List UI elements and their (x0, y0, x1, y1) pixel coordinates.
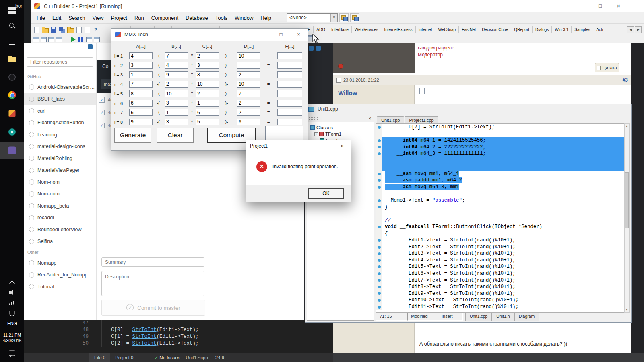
edit-b[interactable] (165, 52, 188, 59)
edit-c[interactable] (196, 52, 219, 59)
repo-item[interactable]: BSUIR_labs (24, 93, 96, 105)
repo-item[interactable]: Nom-nom (24, 176, 96, 188)
edit-b[interactable] (165, 62, 188, 69)
network-button[interactable] (0, 298, 24, 308)
menu-item[interactable]: Database (182, 15, 212, 21)
edit-f[interactable] (277, 100, 302, 107)
remove-file-button[interactable] (84, 26, 91, 33)
edit-b[interactable] (165, 109, 188, 116)
expand-icon[interactable]: + (314, 132, 318, 136)
close-icon[interactable]: × (333, 140, 351, 152)
new-form-button[interactable] (56, 37, 62, 42)
repo-item[interactable]: Nomapp_beta (24, 200, 96, 212)
file-count-status[interactable]: File 0 (89, 353, 110, 362)
edit-f[interactable] (277, 81, 302, 88)
step-over-button[interactable] (94, 37, 100, 42)
quote-button[interactable]: Цитата (595, 63, 619, 72)
filter-repositories-input[interactable] (27, 57, 93, 67)
issues-status[interactable]: No Issues (155, 355, 180, 360)
menu-item[interactable]: Help (257, 15, 275, 21)
generate-button[interactable]: Generate (114, 128, 151, 143)
edit-a[interactable] (129, 81, 153, 88)
open-project-button[interactable] (67, 26, 74, 33)
clear-button[interactable]: Clear (157, 128, 194, 143)
file-explorer-button[interactable] (0, 51, 24, 68)
edit-d[interactable] (237, 62, 260, 69)
checkbox[interactable] (99, 110, 105, 115)
edit-d[interactable] (237, 119, 260, 125)
post-number-link[interactable]: #3 (623, 77, 628, 83)
edit-b[interactable] (165, 90, 188, 97)
save-desktop-button[interactable] (339, 13, 349, 22)
memo-box[interactable] (265, 126, 303, 140)
repo-item[interactable]: FloatingActionButton (24, 117, 96, 129)
chevron-down-icon[interactable]: ▼ (330, 14, 337, 22)
edit-a[interactable] (129, 62, 153, 69)
commit-description-input[interactable] (101, 271, 204, 296)
edit-a[interactable] (129, 71, 153, 78)
file-tab[interactable]: Unit1.h (492, 313, 514, 321)
view-form-button[interactable] (41, 37, 47, 42)
scroll-up-icon[interactable]: ▲ (625, 124, 629, 129)
repo-item[interactable]: Learning (24, 129, 96, 141)
edit-d[interactable] (237, 71, 260, 78)
language-indicator[interactable]: ENG (0, 319, 24, 327)
volume-button[interactable] (0, 287, 24, 298)
edit-a[interactable] (129, 100, 153, 107)
edit-c[interactable] (196, 62, 219, 69)
file-tab[interactable]: Unit1.cpp (465, 313, 492, 321)
security-button[interactable] (0, 308, 24, 319)
menu-item[interactable]: View (89, 15, 107, 21)
menu-item[interactable]: Window (231, 15, 257, 21)
save-button[interactable] (50, 26, 57, 33)
repo-item[interactable]: Nom-nom (24, 188, 96, 200)
add-file-button[interactable] (75, 26, 83, 33)
file-tab[interactable]: Diagram (514, 313, 539, 321)
pinned-app-button[interactable] (0, 124, 24, 140)
edit-b[interactable] (165, 100, 188, 107)
commit-summary-input[interactable] (101, 257, 204, 267)
edit-d[interactable] (237, 100, 260, 107)
maximize-button[interactable]: □ (272, 29, 290, 41)
chrome-button[interactable] (0, 87, 24, 103)
palette-tab[interactable]: ADO (314, 26, 328, 33)
edit-f[interactable] (277, 90, 302, 97)
edit-f[interactable] (277, 52, 302, 59)
close-button[interactable]: × (290, 29, 308, 41)
menu-item[interactable]: Run (131, 15, 148, 21)
palette-tab[interactable]: WebServices (352, 26, 382, 33)
menu-item[interactable]: Project (107, 15, 131, 21)
palette-tab[interactable]: Acti (593, 26, 606, 33)
drag-grip[interactable] (309, 117, 319, 120)
edit-f[interactable] (277, 119, 302, 125)
editor-tab[interactable]: Unit1.cpp (377, 116, 404, 123)
code-lines[interactable]: D[7] = StrToInt(Edit1->Text); __int64 m6… (376, 123, 624, 313)
minimize-button[interactable]: – (254, 29, 272, 41)
repo-item[interactable]: MaterialViewPager (24, 165, 96, 177)
pinned-app-button[interactable] (0, 69, 24, 85)
edit-c[interactable] (196, 119, 219, 125)
checkbox[interactable] (99, 123, 105, 128)
repo-item[interactable]: Nomapp (24, 257, 96, 269)
maximize-button[interactable]: □ (591, 0, 609, 12)
palette-tab[interactable]: InternetExpress (381, 26, 415, 33)
scroll-down-icon[interactable]: ▼ (625, 307, 629, 312)
repo-item[interactable]: Tutorial (24, 281, 96, 293)
repo-item[interactable]: RoundedLetterView (24, 224, 96, 236)
edit-c[interactable] (196, 81, 219, 88)
edit-b[interactable] (165, 81, 188, 88)
ok-button[interactable]: OK (308, 188, 344, 199)
pause-button[interactable] (78, 37, 83, 42)
edit-c[interactable] (196, 90, 219, 97)
run-button[interactable] (71, 37, 76, 42)
edit-f[interactable] (277, 62, 302, 69)
edit-c[interactable] (196, 100, 219, 107)
edit-d[interactable] (237, 109, 260, 116)
palette-tab[interactable]: FastNet (459, 26, 479, 33)
close-panel-button[interactable]: × (367, 115, 373, 121)
editor-tab[interactable]: Project1.cpp (405, 116, 438, 123)
task-view-button[interactable] (0, 34, 24, 50)
palette-tab[interactable]: Internet (416, 26, 436, 33)
project-count-status[interactable]: Project 0 (110, 355, 138, 360)
active-app-button[interactable] (0, 142, 24, 159)
